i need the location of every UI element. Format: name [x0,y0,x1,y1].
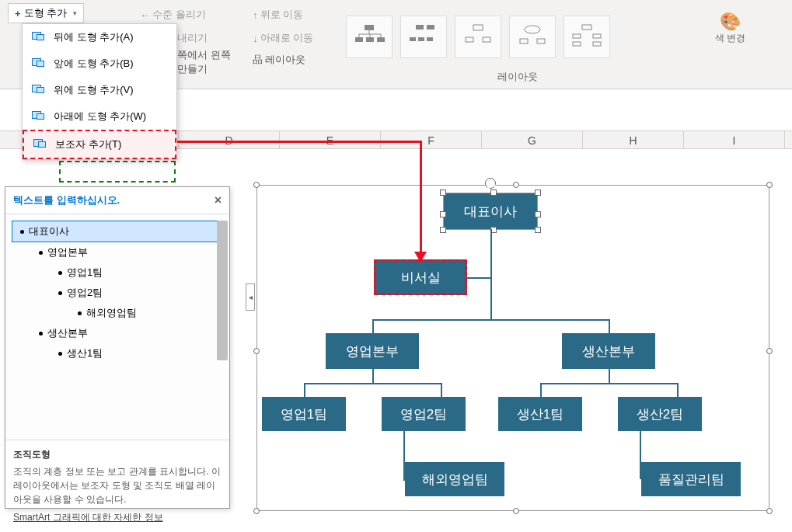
resize-handle[interactable] [440,227,446,233]
shape-icon [32,58,46,69]
resize-handle[interactable] [513,508,519,514]
tree-item[interactable]: 영업2팀 [12,283,223,303]
connector [540,383,677,384]
svg-rect-15 [466,37,473,42]
resize-handle[interactable] [535,190,541,196]
col-header[interactable]: H [583,131,684,148]
bullet-icon [39,251,43,255]
svg-rect-22 [593,34,601,38]
palette-icon: 🎨 [715,12,745,32]
text-pane-toggle[interactable]: ◂ [246,283,255,311]
connector [540,383,542,397]
resize-handle[interactable] [490,190,497,196]
org-box-sub1[interactable]: 해외영업팀 [405,462,504,496]
bullet-icon [58,291,62,295]
smartart-container[interactable]: 대표이사 ↻ 비서실 영업본부 생산본부 영업1팀 영업2팀 해외영업팀 생산1… [256,185,769,511]
col-header[interactable]: G [482,131,583,148]
org-box-team1[interactable]: 영업1팀 [262,397,346,431]
annotation-arrow [420,141,422,253]
svg-rect-10 [427,25,434,30]
svg-rect-20 [582,25,591,30]
org-box-team3[interactable]: 생산1팀 [498,397,582,431]
svg-point-17 [525,26,540,33]
resize-handle[interactable] [440,211,446,217]
resize-handle[interactable] [440,190,446,196]
svg-rect-23 [573,42,581,46]
layout-button[interactable]: 品 레이아웃 [253,53,305,67]
resize-handle[interactable] [766,508,773,514]
resize-handle[interactable] [253,348,260,354]
close-icon[interactable]: × [215,193,222,207]
tree-item[interactable]: 생산1팀 [12,343,223,363]
arrow-up-icon: ↑ [253,9,258,21]
svg-rect-13 [427,37,433,41]
svg-rect-9 [416,25,424,30]
level-down-button: 내리기 [177,31,208,45]
layout-option-4[interactable] [509,16,556,58]
org-box-dept1[interactable]: 영업본부 [326,333,419,369]
org-box-assistant[interactable]: 비서실 [374,259,467,295]
org-box-team4[interactable]: 생산2팀 [618,397,702,431]
add-shape-button[interactable]: + 도형 추가 ▾ [8,3,84,23]
tree-item[interactable]: 생산본부 [12,323,223,343]
resize-handle[interactable] [535,211,541,217]
connector [372,319,374,333]
org-box-team2[interactable]: 영업2팀 [382,397,466,431]
resize-handle[interactable] [535,227,541,233]
chevron-down-icon: ▾ [73,9,77,17]
smartart-info-link[interactable]: SmartArt 그래픽에 대한 자세한 정보 [13,511,222,524]
layout-gallery [346,16,610,58]
move-down-button: ↓ 아래로 이동 [253,31,313,45]
connector [609,319,610,333]
smartart-text-pane: 텍스트를 입력하십시오. × 대표이사 영업본부 영업1팀 영업2팀 해외영업팀… [5,186,230,509]
tree-item[interactable]: 해외영업팀 [12,303,223,323]
svg-rect-2 [366,37,374,42]
shape-icon [32,85,46,96]
layout-option-3[interactable] [455,16,501,58]
resize-handle[interactable] [766,182,773,188]
org-box-dept2[interactable]: 생산본부 [562,333,655,369]
layout-option-5[interactable] [563,16,610,58]
col-header[interactable]: F [381,131,482,148]
org-box-sub2[interactable]: 품질관리팀 [641,462,741,496]
scrollbar[interactable] [217,221,228,360]
col-header[interactable]: E [280,131,381,148]
connector [467,277,490,279]
col-header[interactable]: I [684,131,785,148]
tree-item[interactable]: 영업1팀 [12,263,223,283]
layout-option-1[interactable] [346,16,393,58]
bullet-icon [39,332,43,336]
add-shape-above[interactable]: 위에 도형 추가(V) [23,77,176,103]
svg-rect-24 [593,42,601,46]
text-pane-body[interactable]: 대표이사 영업본부 영업1팀 영업2팀 해외영업팀 생산본부 생산1팀 [5,214,229,440]
rotation-handle[interactable]: ↻ [485,178,496,189]
org-box-ceo[interactable]: 대표이사 ↻ [444,193,537,229]
svg-rect-18 [520,39,528,43]
tree-item-ceo[interactable]: 대표이사 [12,221,223,242]
resize-handle[interactable] [766,348,773,354]
add-shape-label: 도형 추가 [24,6,68,20]
level-up-button: ← 수준 올리기 [140,8,206,22]
connector [304,383,441,384]
layout-option-2[interactable] [400,16,447,58]
add-assistant[interactable]: 보조자 추가(T) [23,130,176,159]
bullet-icon [58,271,62,275]
layout-preview-icon [517,23,548,50]
bullet-icon [58,352,62,356]
resize-handle[interactable] [253,182,260,188]
add-shape-after[interactable]: 뒤에 도형 추가(A) [23,24,176,50]
col-header[interactable]: D [179,131,280,148]
layout-preview-icon [354,23,385,50]
svg-rect-0 [365,25,374,30]
resize-handle[interactable] [253,508,260,514]
svg-rect-3 [377,37,385,42]
layout-icon: 品 [253,53,263,67]
tree-item[interactable]: 영업본부 [12,242,223,263]
rtl-button[interactable]: 쪽에서 왼쪽 만들기 [177,48,231,76]
connector [677,383,679,397]
layout-section-label: 레이아웃 [497,70,538,84]
add-shape-before[interactable]: 앞에 도형 추가(B) [23,50,176,77]
resize-handle[interactable] [513,182,519,188]
add-shape-below[interactable]: 아래에 도형 추가(W) [23,103,176,130]
color-change-button[interactable]: 🎨 색 변경 [715,12,745,45]
